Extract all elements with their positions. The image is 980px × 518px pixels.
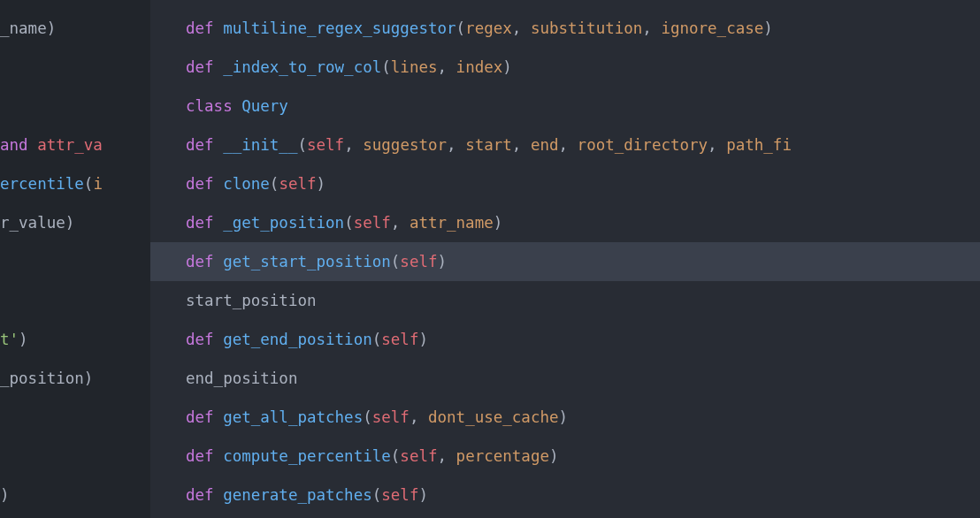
outline-item[interactable]: def get_end_position(self) [150,320,980,359]
token-ident: _name [0,19,47,37]
editor-line [0,242,150,281]
token-punc: ) [494,214,503,232]
token-fn: ercentile [0,175,84,193]
code-outline-panel[interactable]: def multiline_regex_suggestor(regex, sub… [150,0,980,518]
token-punc: ) [47,19,57,37]
token-punc: ) [763,19,773,37]
editor-line: _position) [0,359,150,398]
outline-item[interactable]: def compute_percentile(self, percentage) [150,437,980,476]
token-fn: multiline_regex_suggestor [223,19,456,37]
token-punc: , [410,408,428,426]
token-self: self [372,408,410,426]
editor-line: ) [0,476,150,514]
editor-line: _name) [0,9,150,48]
token-punc: , [512,19,531,37]
token-self: self [307,136,344,154]
token-punc: ) [549,447,559,465]
token-punc: ( [297,136,307,154]
outline-item[interactable]: def get_start_position(self) [150,242,980,281]
outline-item[interactable]: def generate_patches(self) [150,476,980,514]
token-param: attr_name [410,214,494,232]
token-ident: r_value [0,214,65,232]
token-punc: ) [438,253,448,270]
token-punc: ( [270,175,279,193]
token-fn: compute_percentile [223,447,391,465]
token-punc: ) [84,369,94,387]
token-ident: start_position [186,292,317,309]
token-kw: def [186,58,223,76]
token-param: percentage [456,447,549,465]
editor-line [0,398,150,437]
token-kw: def [186,486,223,504]
token-param: end [531,136,559,154]
editor-line: r_value) [0,203,150,242]
token-kw: def [186,331,223,348]
outline-item[interactable]: end_position [150,359,980,398]
token-punc: , [642,19,661,37]
token-kw: def [186,447,223,465]
token-fn: generate_patches [223,486,372,504]
token-punc: ) [502,58,512,76]
outline-item[interactable]: def multiline_regex_suggestor(regex, sub… [150,9,980,48]
token-self: self [354,214,391,232]
token-punc: , [512,136,531,154]
token-punc: ( [363,408,372,426]
outline-item[interactable]: def __init__(self, suggestor, start, end… [150,126,980,164]
token-str: t' [0,331,19,348]
token-kw: def [186,19,223,37]
token-kw: def [186,253,223,270]
token-kw: def [186,136,223,154]
token-kw: def [186,408,223,426]
token-cls: Query [241,97,288,115]
outline-item[interactable]: def get_all_patches(self, dont_use_cache… [150,398,980,437]
token-self: self [279,175,316,193]
token-param: lines [391,58,438,76]
token-param: regex [465,19,512,37]
token-punc: ( [391,447,401,465]
token-kw: def [186,214,223,232]
token-param: path_fi [726,136,792,154]
token-punc: ( [381,58,391,76]
token-param: i [93,175,103,193]
token-fn: _index_to_row_col [223,58,381,76]
token-punc: ( [391,253,401,270]
token-self: self [400,447,437,465]
token-fn: get_all_patches [223,408,363,426]
token-punc: , [559,136,578,154]
token-punc: , [391,214,410,232]
editor-line: and attr_va [0,126,150,164]
token-punc: , [447,136,465,154]
token-param: root_directory [578,136,708,154]
token-punc: ) [0,486,10,504]
outline-item[interactable]: def _get_position(self, attr_name) [150,203,980,242]
token-punc: ( [84,175,94,193]
token-attrred: attr_va [37,136,103,154]
token-kw: class [186,97,241,115]
outline-item[interactable]: def clone(self) [150,164,980,203]
token-fn: get_start_position [223,253,391,270]
workspace: _name)and attr_vaercentile(ir_value)t')_… [0,0,980,518]
token-param: substitution [531,19,642,37]
token-kw: and [0,136,37,154]
token-param: start [465,136,512,154]
outline-item[interactable]: def _index_to_row_col(lines, index) [150,48,980,87]
token-punc: ) [65,214,75,232]
token-punc: , [438,447,456,465]
token-param: index [456,58,503,76]
token-param: ignore_case [661,19,763,37]
outline-item[interactable]: class Query [150,87,980,126]
token-punc: ) [418,331,428,348]
token-fn: __init__ [223,136,297,154]
token-punc: ( [456,19,466,37]
token-fn: _get_position [223,214,344,232]
token-param: suggestor [363,136,447,154]
token-punc: , [708,136,726,154]
token-self: self [381,486,418,504]
token-punc: , [344,136,363,154]
token-ident: _position [0,369,84,387]
token-ident: end_position [186,369,297,387]
outline-item[interactable]: start_position [150,281,980,320]
token-self: self [400,253,437,270]
token-fn: get_end_position [223,331,372,348]
token-punc: ) [418,486,428,504]
